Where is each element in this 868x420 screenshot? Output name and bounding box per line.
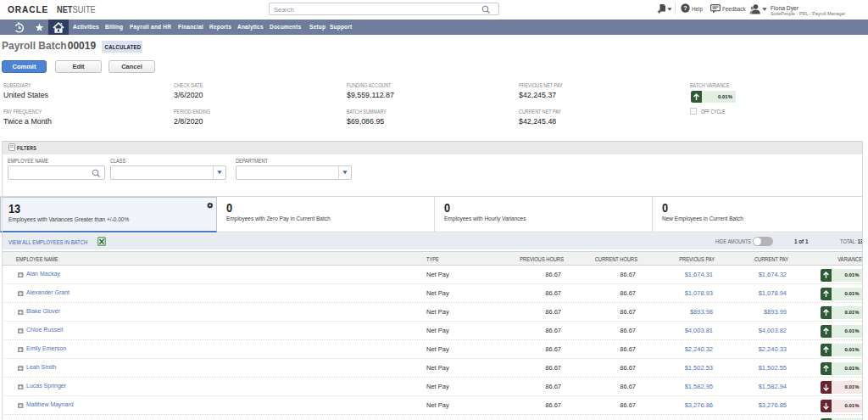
svg-text:?: ? — [683, 4, 687, 12]
